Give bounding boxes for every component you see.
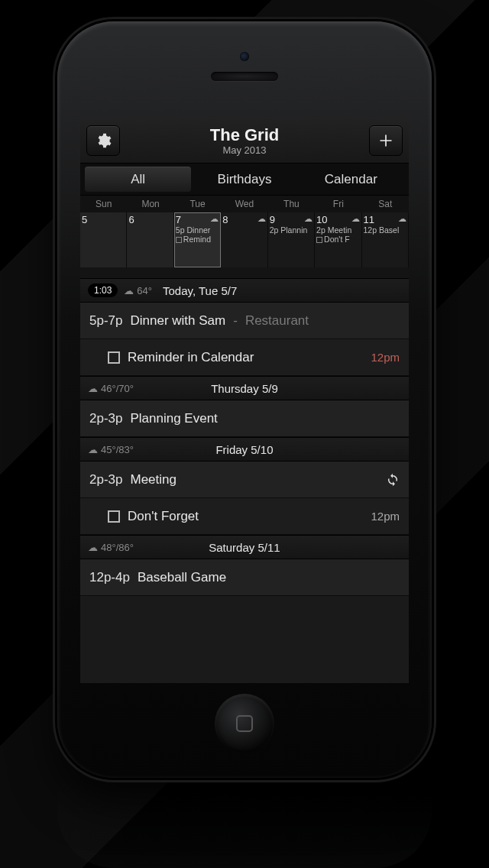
cloud-icon: ☁ bbox=[124, 285, 134, 296]
weekday-header: Sun Mon Tue Wed Thu Fri Sat bbox=[80, 196, 409, 212]
cloud-icon: ☁ bbox=[257, 214, 266, 224]
list-bottom-spacer bbox=[80, 596, 409, 683]
plus-icon bbox=[378, 133, 393, 148]
filter-tab-bar: All Birthdays Calendar bbox=[80, 164, 409, 196]
section-temp: 46°/70° bbox=[101, 383, 134, 394]
event-title: Dinner with Sam bbox=[130, 313, 225, 329]
proximity-sensor bbox=[240, 52, 249, 61]
screen: The Grid May 2013 All Birthdays Calendar… bbox=[80, 118, 409, 683]
phone-reflection bbox=[57, 778, 432, 868]
tab-all[interactable]: All bbox=[85, 167, 191, 192]
day-cell-selected[interactable]: 7 ☁ 5p Dinner Remind bbox=[174, 212, 221, 267]
event-time: 12p-4p bbox=[89, 570, 130, 585]
home-square-icon bbox=[236, 715, 253, 732]
day-event: 12p Basel bbox=[364, 225, 406, 235]
cloud-icon: ☁ bbox=[304, 214, 313, 224]
event-title: Baseball Game bbox=[138, 570, 226, 585]
tab-calendar[interactable]: Calendar bbox=[298, 167, 404, 192]
event-list[interactable]: 1:03 ☁64° Today, Tue 5/7 5p-7p Dinner wi… bbox=[80, 278, 409, 683]
reminder-checkbox[interactable] bbox=[108, 351, 120, 364]
reminder-row[interactable]: Don't Forget 12pm bbox=[80, 498, 409, 535]
section-temp: 45°/83° bbox=[101, 444, 134, 455]
add-button[interactable] bbox=[369, 125, 403, 156]
weekday-label: Thu bbox=[268, 196, 315, 212]
week-row: 5 6 7 ☁ 5p Dinner Remind 8 ☁ 9 ☁ 2p Plan… bbox=[80, 212, 409, 267]
day-number: 6 bbox=[128, 214, 171, 225]
event-row[interactable]: 5p-7p Dinner with Sam - Restaurant bbox=[80, 303, 409, 339]
event-time: 2p-3p bbox=[89, 472, 122, 487]
weekday-label: Sat bbox=[362, 196, 409, 212]
reminder-title: Reminder in Calendar bbox=[128, 350, 254, 365]
weekday-label: Mon bbox=[127, 196, 173, 212]
cloud-icon: ☁ bbox=[88, 444, 98, 455]
section-header: ☁45°/83° Friday 5/10 bbox=[80, 437, 409, 462]
weekday-label: Wed bbox=[221, 196, 267, 212]
app-subtitle: May 2013 bbox=[120, 144, 369, 156]
reminder-time: 12pm bbox=[371, 510, 400, 523]
weekday-label: Tue bbox=[174, 196, 221, 212]
phone-frame: The Grid May 2013 All Birthdays Calendar… bbox=[57, 21, 432, 778]
section-title: Thursday 5/9 bbox=[211, 382, 278, 395]
repeat-icon bbox=[386, 473, 400, 487]
day-cell[interactable]: 9 ☁ 2p Plannin bbox=[268, 212, 315, 267]
section-title: Friday 5/10 bbox=[215, 443, 273, 456]
tab-birthdays[interactable]: Birthdays bbox=[191, 167, 297, 192]
event-location: Restaurant bbox=[245, 313, 309, 329]
section-header-today: 1:03 ☁64° Today, Tue 5/7 bbox=[80, 278, 409, 303]
section-title: Today, Tue 5/7 bbox=[163, 284, 237, 297]
reminder-title: Don't Forget bbox=[128, 509, 199, 524]
weekday-label: Sun bbox=[80, 196, 127, 212]
cloud-icon: ☁ bbox=[88, 383, 98, 394]
section-title: Saturday 5/11 bbox=[209, 541, 280, 554]
day-cell[interactable]: 11 ☁ 12p Basel bbox=[362, 212, 409, 267]
reminder-checkbox[interactable] bbox=[108, 510, 120, 523]
cloud-icon: ☁ bbox=[351, 214, 360, 224]
day-reminder: Remind bbox=[176, 235, 219, 244]
day-cell[interactable]: 6 bbox=[127, 212, 173, 267]
event-time: 2p-3p bbox=[89, 411, 122, 426]
home-button[interactable] bbox=[215, 694, 274, 753]
event-title: Planning Event bbox=[130, 411, 217, 426]
earpiece bbox=[211, 72, 278, 81]
day-cell[interactable]: 8 ☁ bbox=[221, 212, 267, 267]
section-temp: 48°/86° bbox=[101, 542, 134, 553]
weekday-label: Fri bbox=[315, 196, 361, 212]
cloud-icon: ☁ bbox=[210, 214, 219, 224]
app-title: The Grid bbox=[120, 125, 369, 145]
reminder-row[interactable]: Reminder in Calendar 12pm bbox=[80, 339, 409, 376]
event-row[interactable]: 2p-3p Planning Event bbox=[80, 400, 409, 437]
gear-icon bbox=[95, 132, 112, 149]
today-temp: 64° bbox=[137, 285, 152, 296]
day-number: 5 bbox=[82, 214, 125, 225]
event-location-separator: - bbox=[233, 313, 238, 329]
app-header: The Grid May 2013 bbox=[80, 118, 409, 164]
event-title: Meeting bbox=[130, 472, 176, 487]
section-header: ☁48°/86° Saturday 5/11 bbox=[80, 535, 409, 559]
settings-button[interactable] bbox=[86, 125, 120, 156]
day-event: 5p Dinner bbox=[176, 225, 219, 235]
day-cell[interactable]: 5 bbox=[80, 212, 127, 267]
event-row[interactable]: 2p-3p Meeting bbox=[80, 462, 409, 498]
day-reminder: Don't F bbox=[316, 235, 359, 244]
cloud-icon: ☁ bbox=[398, 214, 406, 224]
event-time: 5p-7p bbox=[89, 313, 122, 329]
section-header: ☁46°/70° Thursday 5/9 bbox=[80, 376, 409, 400]
day-event: 2p Meetin bbox=[316, 225, 359, 235]
clock-pill: 1:03 bbox=[88, 283, 118, 297]
reminder-time: 12pm bbox=[371, 351, 400, 364]
event-row[interactable]: 12p-4p Baseball Game bbox=[80, 559, 409, 596]
cloud-icon: ☁ bbox=[88, 542, 98, 553]
day-event: 2p Plannin bbox=[270, 225, 313, 235]
day-cell[interactable]: 10 ☁ 2p Meetin Don't F bbox=[315, 212, 361, 267]
